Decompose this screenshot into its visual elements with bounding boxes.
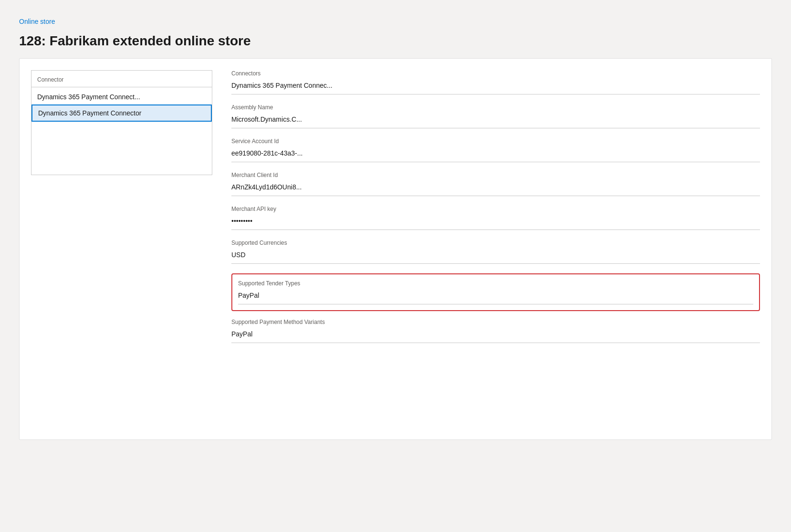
field-merchant-api-key: Merchant API key ••••••••• [231, 206, 760, 230]
connector-list-item-2[interactable]: Dynamics 365 Payment Connector [31, 104, 212, 122]
supported-tender-types-label: Supported Tender Types [238, 280, 753, 287]
connector-list-label: Connector [31, 74, 212, 87]
page-wrapper: Online store 128: Fabrikam extended onli… [0, 0, 791, 459]
merchant-api-key-value: ••••••••• [231, 215, 760, 229]
connector-list: Connector Dynamics 365 Payment Connect..… [31, 70, 212, 175]
breadcrumb: Online store [19, 10, 772, 30]
connector-list-item-1[interactable]: Dynamics 365 Payment Connect... [31, 89, 212, 104]
field-assembly-name: Assembly Name Microsoft.Dynamics.C... [231, 104, 760, 128]
field-service-account-id: Service Account Id ee919080-281c-43a3-..… [231, 138, 760, 162]
field-merchant-client-id: Merchant Client Id ARnZk4Lyd1d6OUni8... [231, 172, 760, 196]
field-connectors: Connectors Dynamics 365 Payment Connec..… [231, 70, 760, 94]
connectors-label: Connectors [231, 70, 760, 77]
field-supported-currencies: Supported Currencies USD [231, 240, 760, 264]
assembly-name-value: Microsoft.Dynamics.C... [231, 114, 760, 127]
merchant-client-id-value: ARnZk4Lyd1d6OUni8... [231, 181, 760, 195]
left-panel: Connector Dynamics 365 Payment Connect..… [31, 70, 212, 428]
supported-payment-method-variants-label: Supported Payment Method Variants [231, 319, 760, 325]
page-title: 128: Fabrikam extended online store [19, 30, 772, 58]
content-area: Connector Dynamics 365 Payment Connect..… [19, 58, 772, 440]
supported-payment-method-variants-value: PayPal [231, 328, 760, 342]
supported-currencies-value: USD [231, 249, 760, 262]
service-account-id-label: Service Account Id [231, 138, 760, 145]
merchant-client-id-label: Merchant Client Id [231, 172, 760, 178]
supported-currencies-label: Supported Currencies [231, 240, 760, 246]
supported-tender-types-box: Supported Tender Types PayPal [231, 273, 760, 311]
assembly-name-label: Assembly Name [231, 104, 760, 111]
service-account-id-value: ee919080-281c-43a3-... [231, 147, 760, 161]
field-supported-payment-method-variants: Supported Payment Method Variants PayPal [231, 319, 760, 343]
supported-tender-types-value: PayPal [238, 290, 753, 303]
right-panel: Connectors Dynamics 365 Payment Connec..… [231, 70, 760, 428]
merchant-api-key-label: Merchant API key [231, 206, 760, 212]
connectors-value: Dynamics 365 Payment Connec... [231, 80, 760, 93]
breadcrumb-link[interactable]: Online store [19, 18, 55, 25]
